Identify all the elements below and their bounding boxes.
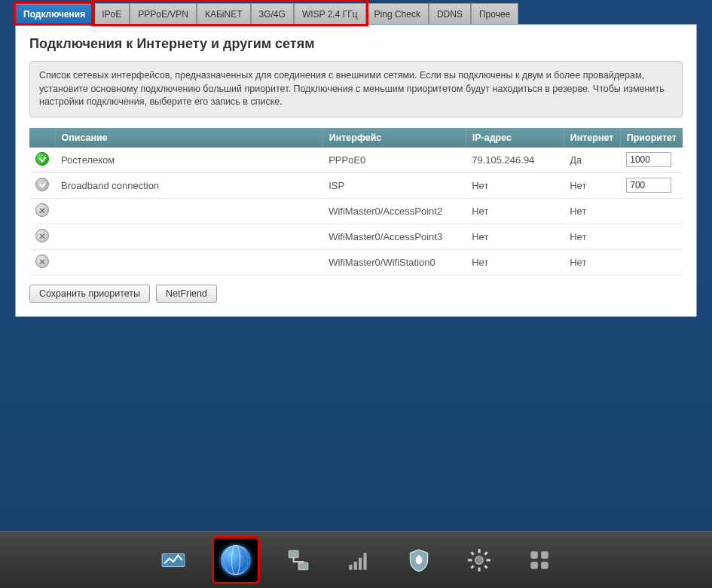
tab-bar: ПодключенияIPoEPPPoE/VPNКАБiNET3G/4GWISP… — [0, 0, 712, 24]
th-iface: Интерфейс — [322, 128, 466, 148]
svg-line-15 — [484, 552, 487, 554]
internet-icon[interactable] — [214, 538, 258, 582]
svg-rect-19 — [541, 562, 549, 569]
table-row[interactable]: WifiMaster0/AccessPoint2НетНет — [29, 198, 683, 224]
stats-icon — [160, 547, 186, 573]
th-desc: Описание — [55, 128, 322, 148]
th-ip: IP-адрес — [466, 128, 564, 148]
svg-rect-2 — [298, 562, 308, 570]
cell-ip: Нет — [466, 198, 564, 224]
tab-wisp-2-4-[interactable]: WISP 2,4 ГГц — [294, 3, 366, 24]
cell-iface: WifiMaster0/AccessPoint3 — [322, 224, 466, 249]
connections-table: Описание Интерфейс IP-адрес Интернет При… — [29, 128, 683, 276]
stats-icon[interactable] — [154, 541, 193, 580]
main-panel: Подключения к Интернету и другим сетям С… — [15, 24, 697, 317]
cell-iface: WifiMaster0/WifiStation0 — [322, 249, 466, 275]
cell-ip: Нет — [466, 224, 564, 249]
th-status — [29, 128, 55, 148]
wifi-icon — [346, 547, 371, 573]
tab-3g-4g[interactable]: 3G/4G — [251, 3, 294, 24]
tab-ddns[interactable]: DDNS — [429, 3, 471, 24]
status-disabled-icon — [35, 203, 49, 217]
priority-input[interactable] — [626, 178, 671, 193]
globe-icon — [221, 545, 251, 575]
tab-ipoe[interactable]: IPoE — [93, 3, 130, 24]
cell-desc — [55, 198, 322, 224]
tab--[interactable]: Прочее — [471, 3, 518, 24]
button-row: Сохранить приоритеты NetFriend — [29, 285, 683, 303]
page-title: Подключения к Интернету и другим сетям — [29, 36, 683, 52]
status-ok-icon — [35, 152, 49, 166]
apps-icon[interactable] — [520, 541, 559, 580]
cell-inet: Нет — [564, 249, 620, 275]
cell-inet: Нет — [564, 224, 620, 249]
svg-point-7 — [475, 556, 483, 564]
cell-ip: 79.105.246.94 — [466, 148, 564, 173]
status-disabled-icon — [35, 229, 49, 242]
cell-inet: Нет — [564, 198, 620, 224]
cell-iface: ISP — [322, 172, 466, 198]
svg-line-14 — [471, 565, 473, 568]
cell-ip: Нет — [466, 249, 564, 275]
firewall-icon[interactable] — [399, 541, 439, 580]
tab-ping-check[interactable]: Ping Check — [366, 3, 429, 24]
table-row[interactable]: Broadband connectionISPНетНет — [29, 172, 683, 198]
cell-inet: Нет — [564, 172, 620, 198]
status-neutral-icon — [35, 178, 49, 191]
svg-rect-18 — [530, 562, 538, 569]
svg-rect-17 — [541, 551, 549, 559]
cell-desc: Broadband connection — [55, 172, 322, 198]
cell-inet: Да — [564, 148, 620, 173]
cell-ip: Нет — [466, 172, 564, 198]
th-inet: Интернет — [564, 128, 620, 148]
lan-icon — [286, 547, 311, 573]
th-prio: Приоритет — [620, 128, 683, 148]
tab--[interactable]: Подключения — [15, 3, 93, 24]
settings-icon — [466, 547, 492, 573]
svg-line-13 — [484, 565, 487, 568]
lan-icon[interactable] — [279, 541, 318, 580]
svg-rect-1 — [289, 550, 298, 558]
apps-icon — [527, 547, 552, 573]
svg-rect-16 — [530, 551, 538, 559]
cell-desc — [55, 249, 322, 275]
cell-iface: WifiMaster0/AccessPoint2 — [322, 198, 466, 224]
firewall-icon — [406, 547, 432, 573]
tab-pppoe-vpn[interactable]: PPPoE/VPN — [130, 3, 197, 24]
table-row[interactable]: WifiMaster0/WifiStation0НетНет — [29, 249, 683, 275]
svg-rect-6 — [363, 553, 366, 569]
settings-icon[interactable] — [460, 541, 499, 580]
cell-desc: Ростелеком — [55, 148, 322, 173]
save-priorities-button[interactable]: Сохранить приоритеты — [29, 285, 150, 303]
svg-rect-3 — [349, 565, 352, 569]
table-row[interactable]: РостелекомPPPoE079.105.246.94Да — [29, 148, 683, 173]
status-disabled-icon — [35, 254, 49, 268]
info-box: Список сетевых интерфейсов, предназначен… — [29, 61, 683, 117]
wifi-icon[interactable] — [339, 541, 378, 580]
svg-line-12 — [471, 552, 473, 554]
svg-rect-5 — [359, 557, 362, 569]
tab--inet[interactable]: КАБiNET — [197, 3, 251, 24]
priority-input[interactable] — [626, 152, 671, 167]
cell-desc — [55, 224, 322, 249]
table-row[interactable]: WifiMaster0/AccessPoint3НетНет — [29, 224, 683, 249]
bottom-dock — [0, 531, 712, 588]
cell-iface: PPPoE0 — [322, 148, 466, 173]
svg-rect-4 — [353, 562, 356, 570]
netfriend-button[interactable]: NetFriend — [156, 285, 217, 303]
